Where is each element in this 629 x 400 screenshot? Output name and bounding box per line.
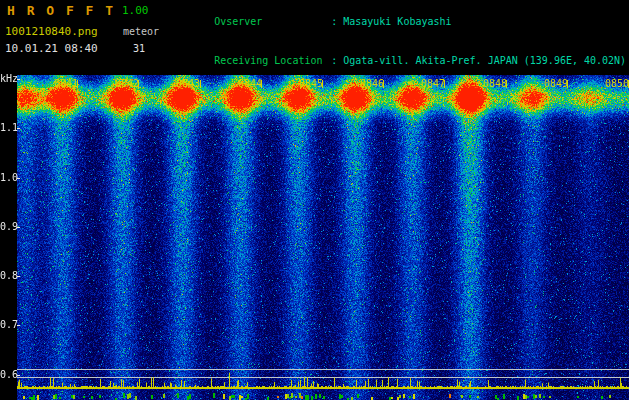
app-title: H R O F F T (7, 3, 115, 18)
freq-label: 0.9 (0, 221, 15, 232)
freq-label: 0.7 (0, 319, 15, 330)
freq-label: 1.1 (0, 122, 15, 133)
time-label: 0841 (54, 78, 78, 89)
freq-axis-unit: kHz (0, 73, 18, 84)
time-label: 0843 (176, 78, 200, 89)
freq-label: 0.8 (0, 270, 15, 281)
output-filename: 1001210840.png (5, 25, 98, 38)
time-label: 0846 (360, 78, 384, 89)
spectrogram-canvas (17, 75, 629, 400)
time-label: 0847 (421, 78, 445, 89)
mode-label: meteor (123, 26, 159, 37)
info-row-observer: OvserverMasayuki Kobayashi (178, 2, 626, 41)
info-value: Ogata-vill. Akita-Pref. JAPAN (139.96E, … (331, 55, 626, 66)
freq-label: 1.0 (0, 172, 15, 183)
info-value: Masayuki Kobayashi (331, 16, 451, 27)
app-version: 1.00 (122, 4, 149, 17)
info-label: Ovserver (214, 15, 331, 28)
time-label: 0842 (115, 78, 139, 89)
echo-count: 31 (133, 43, 145, 54)
time-label: 0849 (544, 78, 568, 89)
time-label: 0845 (299, 78, 323, 89)
hrofft-screen: H R O F F T 1.00 1001210840.png meteor 1… (0, 0, 629, 400)
datetime-label: 10.01.21 08:40 (5, 42, 98, 55)
time-label: 0850 (605, 78, 629, 89)
info-label: Receiving Location (214, 54, 331, 67)
time-label: 0844 (238, 78, 262, 89)
time-label: 0848 (483, 78, 507, 89)
spectrogram-panel: kHz 1.1 1.0 0.9 0.8 0.7 0.6 0841 0842 08… (0, 75, 629, 400)
freq-label: 0.6 (0, 369, 15, 380)
